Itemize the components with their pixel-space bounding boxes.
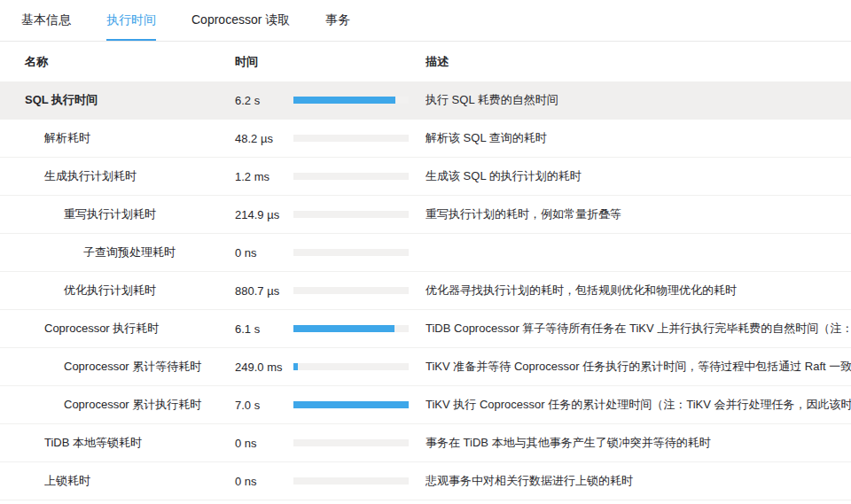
table-row[interactable]: Coprocessor 累计等待耗时249.0 msTiKV 准备并等待 Cop… (0, 348, 851, 386)
bar-fill (293, 401, 409, 408)
row-time-bar (293, 363, 426, 370)
row-description: 优化器寻找执行计划的耗时，包括规则优化和物理优化的耗时 (426, 283, 851, 299)
row-description: TiKV 执行 Coprocessor 任务的累计处理时间（注：TiKV 会并行… (426, 397, 851, 413)
row-time-value: 0 ns (235, 475, 293, 488)
row-time-value: 6.1 s (235, 322, 293, 336)
column-header-time: 时间 (235, 54, 293, 70)
bar-track (293, 439, 409, 446)
table-row[interactable]: 解析耗时48.2 µs解析该 SQL 查询的耗时 (0, 120, 851, 158)
row-time-bar (293, 97, 426, 104)
row-time-bar (293, 477, 426, 485)
row-time-value: 48.2 µs (235, 132, 293, 145)
table-row[interactable]: 生成执行计划耗时1.2 ms生成该 SQL 的执行计划的耗时 (0, 158, 851, 196)
row-name: 解析耗时 (0, 130, 235, 146)
table-header-row: 名称 时间 描述 (0, 42, 851, 81)
bar-track (293, 401, 409, 408)
row-time-value: 214.9 µs (235, 208, 293, 221)
row-time-bar (293, 439, 426, 446)
row-time-value: 249.0 ms (235, 361, 293, 374)
table-row[interactable]: 优化执行计划耗时880.7 µs优化器寻找执行计划的耗时，包括规则优化和物理优化… (0, 272, 851, 310)
row-name: 优化执行计划耗时 (0, 283, 235, 299)
table-row[interactable]: 子查询预处理耗时0 ns (0, 234, 851, 272)
table-row[interactable]: Coprocessor 累计执行耗时7.0 sTiKV 执行 Coprocess… (0, 386, 851, 424)
row-description: 解析该 SQL 查询的耗时 (426, 130, 851, 146)
bar-track (293, 173, 409, 180)
bar-fill (293, 363, 298, 370)
table-row[interactable]: Coprocessor 执行耗时6.1 sTiDB Coprocessor 算子… (0, 310, 851, 348)
bar-track (293, 363, 409, 370)
row-time-bar (293, 401, 426, 408)
tab-transaction[interactable]: 事务 (325, 0, 350, 41)
column-header-desc: 描述 (426, 54, 851, 70)
tab-basic-info[interactable]: 基本信息 (21, 0, 71, 41)
row-name: 子查询预处理耗时 (0, 244, 235, 260)
row-time-bar (293, 249, 426, 256)
row-description: 执行 SQL 耗费的自然时间 (426, 92, 851, 108)
row-description: 悲观事务中对相关行数据进行上锁的耗时 (426, 473, 851, 489)
row-description: TiKV 准备并等待 Coprocessor 任务执行的累计时间，等待过程中包括… (426, 359, 851, 375)
bar-track (293, 477, 409, 485)
row-name: 生成执行计划耗时 (0, 168, 235, 184)
table-row[interactable]: 重写执行计划耗时214.9 µs重写执行计划的耗时，例如常量折叠等 (0, 196, 851, 234)
row-description: TiDB Coprocessor 算子等待所有任务在 TiKV 上并行执行完毕耗… (426, 321, 851, 337)
row-name: TiDB 本地等锁耗时 (0, 435, 235, 451)
row-name: 上锁耗时 (0, 473, 235, 489)
row-time-bar (293, 135, 426, 142)
execution-time-table: 名称 时间 描述 SQL 执行时间6.2 s执行 SQL 耗费的自然时间解析耗时… (0, 42, 851, 500)
bar-track (293, 97, 409, 104)
bar-track (293, 287, 409, 294)
row-time-value: 6.2 s (235, 94, 293, 107)
bar-track (293, 325, 409, 332)
row-name: SQL 执行时间 (0, 92, 235, 108)
row-description: 生成该 SQL 的执行计划的耗时 (426, 168, 851, 184)
tab-bar: 基本信息执行时间Coprocessor 读取事务 (0, 0, 851, 42)
row-name: 重写执行计划耗时 (0, 206, 235, 222)
bar-fill (293, 325, 394, 332)
row-time-value: 880.7 µs (235, 284, 293, 298)
row-time-value: 1.2 ms (235, 170, 293, 183)
row-time-value: 0 ns (235, 437, 293, 450)
row-description: 事务在 TiDB 本地与其他事务产生了锁冲突并等待的耗时 (426, 435, 851, 451)
bar-track (293, 211, 409, 218)
row-name: Coprocessor 执行耗时 (0, 321, 235, 337)
table-row[interactable]: TiDB 本地等锁耗时0 ns事务在 TiDB 本地与其他事务产生了锁冲突并等待… (0, 424, 851, 462)
row-name: Coprocessor 累计执行耗时 (0, 397, 235, 413)
table-row[interactable]: 上锁耗时0 ns悲观事务中对相关行数据进行上锁的耗时 (0, 462, 851, 500)
tab-execution-time[interactable]: 执行时间 (106, 0, 156, 41)
bar-track (293, 135, 409, 142)
bar-fill (293, 97, 395, 104)
row-time-value: 0 ns (235, 246, 293, 260)
column-header-name: 名称 (0, 54, 235, 70)
row-time-bar (293, 173, 426, 180)
row-time-bar (293, 211, 426, 218)
time-table-body: SQL 执行时间6.2 s执行 SQL 耗费的自然时间解析耗时48.2 µs解析… (0, 81, 851, 500)
row-description: 重写执行计划的耗时，例如常量折叠等 (426, 206, 851, 222)
row-name: Coprocessor 累计等待耗时 (0, 359, 235, 375)
bar-track (293, 249, 409, 256)
row-time-bar (293, 287, 426, 294)
row-time-value: 7.0 s (235, 399, 293, 412)
table-row[interactable]: SQL 执行时间6.2 s执行 SQL 耗费的自然时间 (0, 81, 851, 120)
row-time-bar (293, 325, 426, 332)
tab-coprocessor-read[interactable]: Coprocessor 读取 (191, 0, 290, 41)
